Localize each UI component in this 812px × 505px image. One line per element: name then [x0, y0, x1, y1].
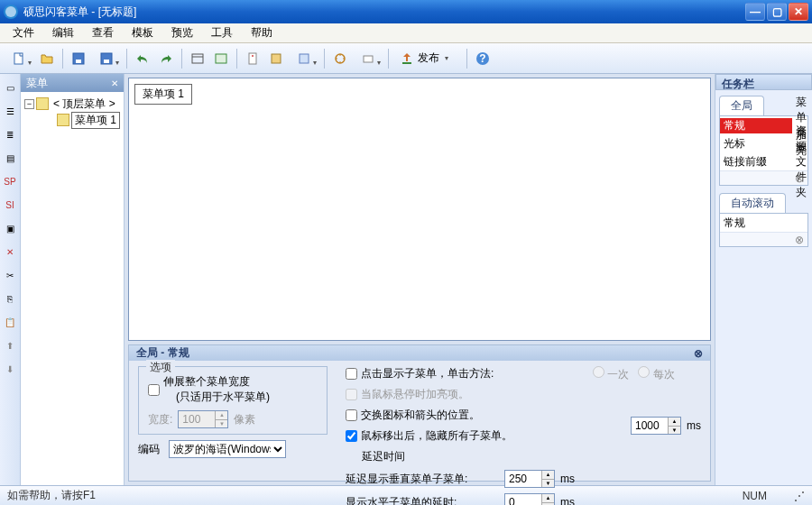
task-tab-autoscroll[interactable]: 自动滚动 [719, 193, 786, 213]
tool-button-2[interactable] [210, 48, 232, 69]
menu-help[interactable]: 帮助 [242, 23, 281, 43]
tree-item-label: 菜单项 1 [71, 112, 120, 129]
svg-rect-15 [402, 62, 411, 64]
maximize-button[interactable]: ▢ [767, 3, 787, 21]
menu-template[interactable]: 模板 [123, 23, 162, 43]
horizontal-delay-label: 显示水平子菜单的延时: [346, 495, 499, 506]
stretch-label: 伸展整个菜单宽度 [163, 375, 250, 388]
horizontal-delay-field[interactable]: 0▲▼ [504, 493, 555, 505]
task-tab-global[interactable]: 全局 [719, 96, 764, 115]
taskbar-title: 任务栏 [715, 74, 812, 90]
tool-button-3[interactable] [242, 48, 263, 69]
window-title: 硕思闪客菜单 - [无标题] [23, 5, 745, 20]
stretch-input[interactable] [148, 384, 160, 396]
menu-tree: − < 顶层菜单 > 菜单项 1 [21, 92, 124, 485]
click-method-radios: 一次 每次 [593, 366, 701, 382]
menu-tree-header: 菜单 ✕ [21, 74, 124, 92]
app-icon [4, 5, 18, 19]
click-show-checkbox[interactable]: 点击显示子菜单，单击方法: [346, 366, 575, 381]
svg-point-0 [5, 6, 16, 17]
swap-icon-checkbox[interactable]: 交换图标和箭头的位置。 [346, 408, 575, 423]
menu-view[interactable]: 查看 [83, 23, 123, 43]
left-tool-paste[interactable]: 📋 [0, 312, 20, 332]
new-button[interactable] [4, 48, 34, 69]
left-tool-copy[interactable]: ⎘ [0, 289, 20, 308]
properties-panel: 全局 - 常规 ⊗ 选项 伸展整个菜单宽度 (只适用于水平菜单) [128, 344, 711, 482]
menu-tree-title: 菜单 [26, 76, 48, 91]
properties-collapse[interactable]: ⊗ [694, 347, 703, 360]
save-button[interactable] [68, 48, 89, 69]
menu-edit[interactable]: 编辑 [43, 23, 83, 43]
task-row-prefix[interactable]: 链接前缀资源文件夹 [720, 152, 807, 170]
hover-highlight-checkbox: 当鼠标悬停时加亮项。 [346, 387, 575, 402]
svg-rect-5 [104, 60, 109, 63]
properties-title: 全局 - 常规 [136, 345, 189, 361]
tool-button-1[interactable] [187, 48, 208, 69]
redo-button[interactable] [155, 48, 177, 69]
menu-tree-panel: 菜单 ✕ − < 顶层菜单 > 菜单项 1 [21, 74, 125, 485]
tool-button-5[interactable] [289, 48, 319, 69]
radio-each: 每次 [638, 366, 674, 382]
task-collapse-1[interactable]: ⊗ [720, 170, 807, 185]
hide-delay-field[interactable]: 1000▲▼ [631, 417, 681, 435]
publish-button[interactable]: 发布 [393, 48, 462, 69]
left-tool-1[interactable]: ▭ [0, 78, 20, 97]
left-tool-6[interactable]: SI [0, 195, 20, 215]
svg-point-10 [252, 55, 254, 57]
left-tool-5[interactable]: SP [0, 171, 20, 191]
close-button[interactable]: ✕ [789, 3, 808, 21]
svg-rect-11 [272, 54, 281, 63]
menu-tree-close[interactable]: ✕ [111, 78, 118, 88]
tool-button-6[interactable] [329, 48, 351, 69]
task-collapse-2[interactable]: ⊗ [720, 232, 807, 246]
left-tool-7[interactable]: ▣ [0, 218, 20, 238]
tree-root-row[interactable]: − < 顶层菜单 > [24, 96, 120, 112]
encoding-label: 编码 [138, 442, 160, 457]
left-tool-4[interactable]: ▤ [0, 148, 20, 168]
vertical-delay-field[interactable]: 250▲▼ [504, 470, 555, 488]
stretch-checkbox[interactable]: 伸展整个菜单宽度 (只适用于水平菜单) [148, 374, 318, 405]
canvas[interactable]: 菜单项 1 [128, 78, 711, 341]
menu-bar: 文件 编辑 查看 模板 预览 工具 帮助 [0, 23, 812, 43]
toolbar: 发布 ? [0, 43, 812, 74]
undo-button[interactable] [132, 48, 153, 69]
svg-rect-12 [300, 54, 309, 63]
tool-button-4[interactable] [265, 48, 287, 69]
svg-rect-9 [249, 53, 256, 64]
tree-item-row[interactable]: 菜单项 1 [24, 112, 120, 128]
folder-icon [57, 114, 69, 126]
minimize-button[interactable]: — [745, 3, 765, 21]
left-tool-3[interactable]: ≣ [0, 124, 20, 144]
tool-button-7[interactable] [353, 48, 383, 69]
task-autoscroll-body: 常规 ⊗ [719, 213, 808, 247]
radio-once: 一次 [593, 366, 629, 382]
svg-rect-1 [14, 53, 23, 64]
width-unit: 像素 [234, 412, 255, 427]
publish-label: 发布 [418, 50, 439, 66]
left-tool-up[interactable]: ⬆ [0, 335, 20, 355]
left-toolbar: ▭ ☰ ≣ ▤ SP SI ▣ ✕ ✂ ⎘ 📋 ⬆ ⬇ [0, 74, 21, 485]
vertical-delay-label: 延迟显示垂直菜单子菜单: [346, 472, 499, 487]
status-help: 如需帮助，请按F1 [7, 488, 96, 503]
left-tool-delete[interactable]: ✕ [0, 242, 20, 262]
encoding-select[interactable]: 波罗的海语(Windows) [169, 440, 286, 458]
canvas-menu-item[interactable]: 菜单项 1 [134, 84, 192, 105]
open-button[interactable] [36, 48, 58, 69]
left-tool-cut[interactable]: ✂ [0, 265, 20, 285]
tree-toggle-icon[interactable]: − [24, 99, 34, 109]
menu-preview[interactable]: 预览 [162, 23, 202, 43]
menu-tools[interactable]: 工具 [202, 23, 242, 43]
mouseout-hide-checkbox[interactable]: 鼠标移出后，隐藏所有子菜单。 [346, 428, 512, 444]
save-as-button[interactable] [91, 48, 122, 69]
left-tool-down[interactable]: ⬇ [0, 359, 20, 379]
left-tool-2[interactable]: ☰ [0, 101, 20, 121]
help-button[interactable]: ? [472, 48, 494, 69]
status-grip: ⋰ [794, 490, 805, 502]
task-row-general2[interactable]: 常规 [720, 214, 807, 232]
delay-label: 延迟时间 [346, 449, 575, 464]
svg-rect-3 [76, 60, 81, 63]
svg-rect-14 [364, 56, 373, 62]
task-global-body: 常规菜单类型 光标加亮 链接前缀资源文件夹 ⊗ [719, 115, 808, 186]
menu-file[interactable]: 文件 [4, 23, 43, 43]
width-field: 100 ▲▼ [178, 410, 228, 428]
